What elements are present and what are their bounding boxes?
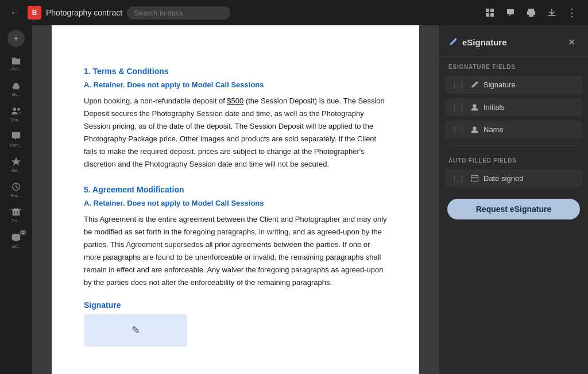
section1-sub: A. Retainer. Does not apply to Model Cal… [84, 80, 387, 89]
initials-field-label: Initials [483, 103, 577, 111]
topbar: ← B Photography contract ⋮ [0, 0, 588, 25]
calendar-icon [470, 174, 479, 183]
back-icon: ← [10, 7, 20, 18]
svg-rect-0 [486, 9, 489, 12]
esignature-pen-icon [448, 37, 458, 47]
initials-field-item[interactable]: ⋮⋮ Initials [445, 98, 582, 116]
more-icon: ⋮ [567, 6, 578, 19]
panel-title: eSignature [462, 37, 507, 47]
section1-body: Upon booking, a non-refundable deposit o… [84, 95, 387, 171]
download-button[interactable] [543, 4, 560, 21]
signature-field-label: Signature [483, 80, 577, 89]
signature-label: Signature [84, 300, 387, 310]
svg-rect-4 [528, 9, 534, 11]
sidebar-item-storage[interactable]: Sto... 1 [5, 229, 28, 252]
doc-title: Photography contract [46, 8, 122, 17]
doc-area: 1. Terms & Conditions A. Retainer. Does … [32, 25, 439, 374]
svg-point-9 [17, 108, 20, 111]
esignature-fields-label: ESIGNATURE FIELDS [439, 57, 588, 74]
section5-heading: 5. Agreement Modification [84, 185, 387, 194]
drag-handle-initials: ⋮⋮ [451, 103, 466, 111]
name-field-label: Name [483, 125, 577, 134]
signature-field-icon [470, 80, 479, 89]
svg-rect-3 [490, 13, 494, 17]
name-field-item[interactable]: ⋮⋮ Name [445, 121, 582, 138]
panel-header: eSignature ✕ [439, 25, 588, 57]
drag-handle-signature: ⋮⋮ [451, 80, 466, 89]
drag-handle-name: ⋮⋮ [451, 125, 466, 134]
signature-field-item[interactable]: ⋮⋮ Signature [445, 76, 582, 94]
sidebar: + Pro... My... Sha... Com... Sta... Rec.… [0, 25, 32, 374]
auto-filled-label: AUTO FILLED FIELDS [439, 151, 588, 167]
svg-rect-6 [529, 14, 533, 17]
initials-field-icon [470, 103, 479, 111]
svg-marker-10 [11, 157, 21, 165]
app-icon: B [28, 6, 41, 20]
search-input[interactable] [127, 6, 230, 20]
sidebar-item-new[interactable]: + [7, 30, 25, 47]
section1-heading: 1. Terms & Conditions [84, 67, 387, 76]
section5-body: This Agreement is the entire agreement b… [84, 213, 387, 290]
doc-page: 1. Terms & Conditions A. Retainer. Does … [52, 25, 419, 374]
topbar-left: ← B Photography contract [7, 5, 477, 21]
back-button[interactable]: ← [7, 5, 23, 21]
main-layout: + Pro... My... Sha... Com... Sta... Rec.… [0, 25, 588, 374]
sidebar-item-my-drive[interactable]: My... [5, 77, 28, 100]
sidebar-item-recent[interactable]: Rec... [5, 178, 28, 201]
topbar-right: ⋮ [481, 4, 581, 21]
date-signed-field-label: Date signed [483, 174, 577, 183]
plus-icon: + [13, 33, 18, 44]
sidebar-item-trash[interactable]: Tra... [5, 203, 28, 226]
name-field-icon [470, 125, 479, 134]
sidebar-item-shared[interactable]: Sha... [5, 102, 28, 125]
sidebar-item-starred[interactable]: Sta... [5, 153, 28, 176]
drag-handle-date: ⋮⋮ [451, 174, 466, 183]
signature-pen-icon: ✎ [131, 324, 140, 337]
panel-close-button[interactable]: ✕ [564, 34, 579, 49]
svg-rect-1 [490, 9, 494, 12]
sidebar-item-projects[interactable]: Pro... [5, 52, 28, 75]
svg-point-18 [473, 104, 477, 107]
svg-rect-20 [471, 175, 478, 182]
print-button[interactable] [523, 4, 540, 21]
panel-divider [448, 145, 579, 146]
svg-rect-2 [486, 13, 489, 17]
section5-sub: A. Retainer. Does not apply to Model Cal… [84, 199, 387, 207]
svg-point-19 [473, 126, 477, 130]
date-signed-field-item[interactable]: ⋮⋮ Date signed [445, 169, 582, 187]
esignature-panel: eSignature ✕ ESIGNATURE FIELDS ⋮⋮ Signat… [439, 25, 588, 374]
signature-box[interactable]: ✎ [84, 314, 187, 346]
chat-button[interactable] [502, 4, 519, 21]
svg-point-8 [13, 108, 16, 111]
request-esignature-button[interactable]: Request eSignature [447, 199, 580, 219]
svg-rect-12 [13, 210, 20, 216]
sidebar-item-comments[interactable]: Com... [5, 128, 28, 151]
svg-point-7 [533, 12, 534, 13]
more-options-button[interactable]: ⋮ [564, 4, 581, 21]
close-icon: ✕ [568, 37, 575, 48]
grid-view-button[interactable] [481, 4, 498, 21]
panel-title-row: eSignature [448, 37, 507, 47]
